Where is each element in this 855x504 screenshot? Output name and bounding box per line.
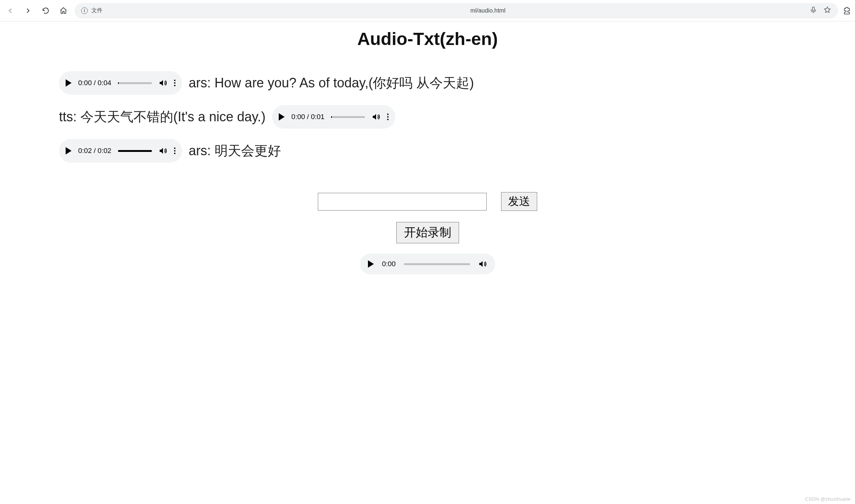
message-text: tts: 今天天气不错的(It's a nice day.) — [59, 109, 265, 124]
play-icon[interactable] — [66, 79, 72, 87]
url-fragment: ml/audio.html — [470, 7, 505, 14]
home-button[interactable] — [57, 4, 70, 17]
audio-progress[interactable] — [118, 82, 152, 84]
message-row: tts: 今天天气不错的(It's a nice day.) 0:00 / 0:… — [59, 105, 796, 129]
volume-icon[interactable] — [159, 79, 167, 87]
audio-player[interactable]: 0:02 / 0:02 — [59, 139, 182, 163]
volume-icon[interactable] — [478, 260, 487, 268]
browser-toolbar: i 文件 ml/audio.html — [0, 0, 855, 21]
play-icon[interactable] — [279, 113, 285, 121]
audio-time: 0:02 / 0:02 — [78, 146, 111, 156]
audio-progress[interactable] — [118, 150, 152, 152]
send-button[interactable]: 发送 — [501, 192, 537, 211]
audio-player-bottom[interactable]: 0:00 — [360, 254, 495, 274]
audio-player[interactable]: 0:00 / 0:04 — [59, 71, 182, 95]
more-icon[interactable] — [174, 80, 175, 86]
info-icon: i — [81, 7, 88, 14]
record-button[interactable]: 开始录制 — [396, 222, 459, 243]
message-text: ars: How are you? As of today,(你好吗 从今天起) — [189, 75, 474, 90]
more-icon[interactable] — [387, 114, 389, 120]
audio-progress[interactable] — [404, 263, 470, 265]
more-icon[interactable] — [174, 147, 175, 154]
audio-player[interactable]: 0:00 / 0:01 — [272, 105, 395, 129]
audio-time: 0:00 / 0:01 — [291, 112, 324, 122]
input-form: 发送 开始录制 0:00 — [59, 192, 796, 274]
play-icon[interactable] — [368, 260, 374, 268]
volume-icon[interactable] — [372, 112, 380, 121]
page-title: Audio-Txt(zh-en) — [59, 29, 796, 49]
volume-icon[interactable] — [159, 146, 167, 155]
svg-rect-0 — [812, 7, 814, 10]
text-input[interactable] — [318, 193, 487, 211]
audio-time: 0:00 — [382, 260, 396, 268]
message-text: ars: 明天会更好 — [189, 143, 281, 158]
message-row: 0:00 / 0:04 ars: How are you? As of toda… — [59, 71, 796, 95]
audio-progress[interactable] — [331, 116, 365, 118]
forward-button[interactable] — [21, 4, 35, 17]
back-button[interactable] — [4, 4, 17, 17]
bookmark-star-icon[interactable] — [823, 6, 831, 15]
file-label: 文件 — [91, 7, 102, 14]
extensions-icon[interactable] — [842, 6, 851, 15]
mic-icon[interactable] — [809, 6, 817, 15]
play-icon[interactable] — [66, 147, 72, 154]
page-content: Audio-Txt(zh-en) 0:00 / 0:04 ars: How ar… — [0, 21, 855, 285]
reload-button[interactable] — [39, 4, 52, 17]
message-row: 0:02 / 0:02 ars: 明天会更好 — [59, 139, 796, 163]
address-bar[interactable]: i 文件 ml/audio.html — [74, 3, 838, 18]
audio-time: 0:00 / 0:04 — [78, 78, 111, 88]
